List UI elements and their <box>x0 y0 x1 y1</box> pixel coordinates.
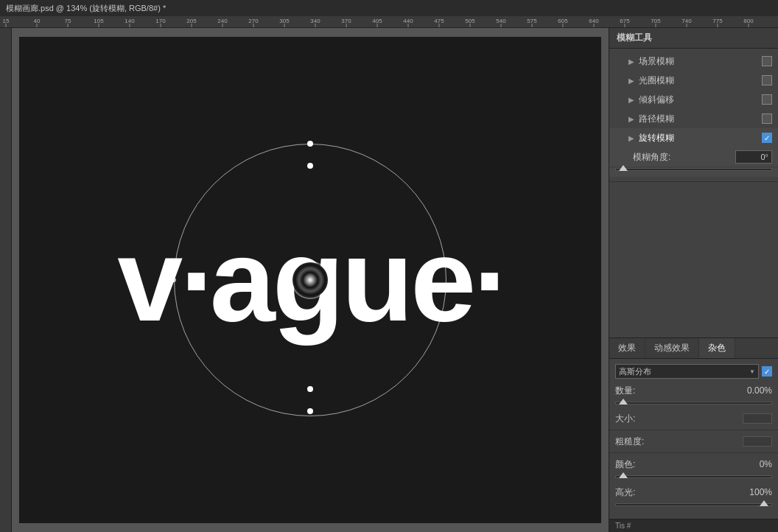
blur-options: ▶ 场景模糊 ▶ 光圈模糊 ▶ 倾斜偏移 ▶ 路径模糊 ▶ 旋转 <box>609 49 778 180</box>
label-aperture-blur: 光圈模糊 <box>639 74 762 87</box>
title-text: 模糊画廊.psd @ 134% (旋转模糊, RGB/8#) * <box>6 3 166 14</box>
control-point-bottom-inner[interactable] <box>307 386 313 392</box>
color-slider[interactable] <box>615 475 772 478</box>
highlight-row: 高光: 100% <box>609 483 778 502</box>
roughness-row: 粗糙度: <box>609 432 778 451</box>
highlight-thumb[interactable] <box>760 500 768 506</box>
checkbox-aperture-blur[interactable] <box>762 75 772 85</box>
distribution-dropdown[interactable]: 高斯分布 ▼ <box>615 364 759 379</box>
noise-section: 高斯分布 ▼ 数量: 0.00% 大小: <box>609 359 778 519</box>
expand-arrow-path: ▶ <box>627 114 636 123</box>
size-label: 大小: <box>615 413 743 425</box>
option-spin-blur[interactable]: ▶ 旋转模糊 <box>609 128 778 147</box>
ruler <box>0 16 778 28</box>
spin-angle-slider-container <box>609 168 778 177</box>
spin-angle-value[interactable]: 0° <box>735 150 772 164</box>
highlight-slider[interactable] <box>615 503 772 506</box>
control-point-top[interactable] <box>307 141 313 147</box>
spin-center[interactable] <box>292 262 328 298</box>
distribution-row: 高斯分布 ▼ <box>609 362 778 381</box>
size-row: 大小: <box>609 409 778 428</box>
status-bar: Tis # <box>609 519 778 532</box>
expand-arrow-aperture: ▶ <box>627 76 636 85</box>
size-value-bar <box>743 413 772 424</box>
highlight-value: 100% <box>735 487 772 497</box>
count-row: 数量: 0.00% <box>609 381 778 400</box>
label-spin-blur: 旋转模糊 <box>639 132 762 144</box>
roughness-value-bar <box>743 436 772 447</box>
option-aperture-blur[interactable]: ▶ 光圈模糊 <box>609 71 778 90</box>
expand-arrow-tilt: ▶ <box>627 95 636 104</box>
count-slider[interactable] <box>615 402 772 405</box>
color-row: 颜色: 0% <box>609 455 778 474</box>
divider-1 <box>609 181 778 182</box>
distribution-checkbox[interactable] <box>762 366 772 377</box>
label-scene-blur: 场景模糊 <box>639 55 762 68</box>
tab-motion-effects[interactable]: 动感效果 <box>645 338 699 358</box>
right-panel: 模糊工具 ▶ 场景模糊 ▶ 光圈模糊 ▶ 倾斜偏移 ▶ 路径模糊 <box>609 28 778 532</box>
color-label: 颜色: <box>615 458 735 471</box>
checkbox-scene-blur[interactable] <box>762 56 772 66</box>
distribution-label: 高斯分布 <box>619 366 651 377</box>
control-point-bottom[interactable] <box>307 408 313 414</box>
divider-roughness <box>609 452 778 453</box>
color-thumb[interactable] <box>619 472 628 478</box>
tab-effects[interactable]: 效果 <box>609 338 645 358</box>
expand-arrow-scene: ▶ <box>627 57 636 66</box>
title-bar: 模糊画廊.psd @ 134% (旋转模糊, RGB/8#) * <box>0 0 778 16</box>
tab-noise[interactable]: 杂色 <box>699 338 735 358</box>
label-tilt-shift: 倾斜偏移 <box>639 94 762 106</box>
dropdown-arrow: ▼ <box>749 368 755 375</box>
control-point-top-inner[interactable] <box>307 163 313 169</box>
color-slider-container <box>609 475 778 483</box>
spin-angle-label: 模糊角度: <box>633 151 735 164</box>
count-thumb[interactable] <box>619 399 628 405</box>
spin-angle-slider[interactable] <box>615 168 772 171</box>
panel-title: 模糊工具 <box>609 28 778 49</box>
main-content: v·ague· 模糊工具 ▶ 场景模糊 <box>0 28 778 532</box>
checkbox-tilt-shift[interactable] <box>762 94 772 105</box>
checkbox-spin-blur[interactable] <box>762 133 772 143</box>
roughness-label: 粗糙度: <box>615 435 743 448</box>
spin-angle-row: 模糊角度: 0° <box>609 147 778 167</box>
canvas-area[interactable]: v·ague· <box>0 28 609 532</box>
option-tilt-shift[interactable]: ▶ 倾斜偏移 <box>609 90 778 109</box>
effects-tabs: 效果 动感效果 杂色 <box>609 337 778 359</box>
option-scene-blur[interactable]: ▶ 场景模糊 <box>609 52 778 71</box>
spin-angle-thumb[interactable] <box>619 165 628 171</box>
canvas-bg: v·ague· <box>19 37 601 523</box>
label-path-blur: 路径模糊 <box>639 113 762 125</box>
option-path-blur[interactable]: ▶ 路径模糊 <box>609 109 778 128</box>
left-ruler <box>0 28 12 532</box>
divider-size <box>609 430 778 430</box>
control-point-left[interactable] <box>172 278 176 282</box>
checkbox-path-blur[interactable] <box>762 113 772 124</box>
highlight-label: 高光: <box>615 486 735 499</box>
count-value: 0.00% <box>735 385 772 396</box>
highlight-slider-container <box>609 503 778 511</box>
status-text: Tis # <box>615 522 631 530</box>
count-slider-container <box>609 402 778 409</box>
expand-arrow-spin: ▶ <box>627 133 636 142</box>
color-value: 0% <box>735 459 772 469</box>
count-label: 数量: <box>615 385 735 397</box>
